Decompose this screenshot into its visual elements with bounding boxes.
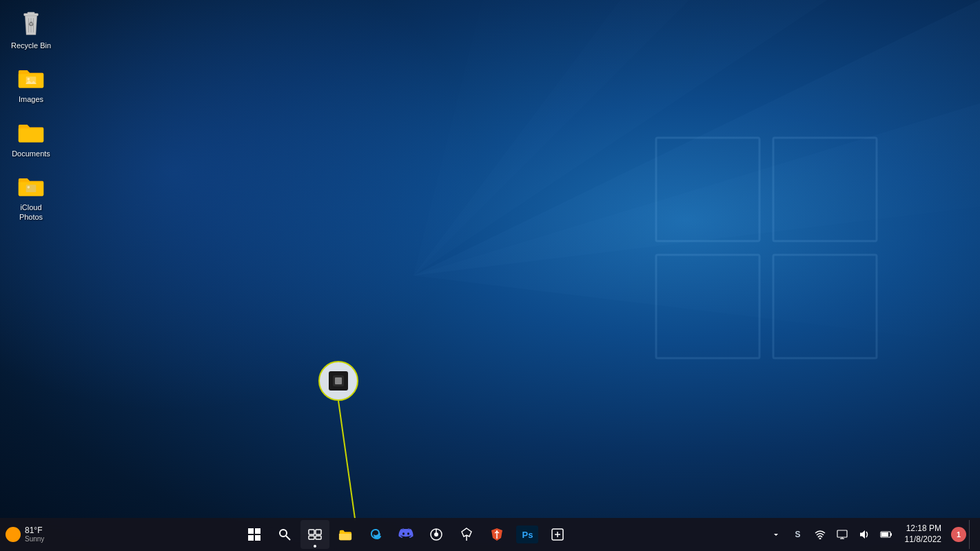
- svg-rect-20: [248, 528, 254, 534]
- tray-expand-button[interactable]: [766, 524, 786, 545]
- recycle-bin-label: Recycle Bin: [11, 41, 51, 50]
- svg-line-25: [286, 536, 290, 540]
- start-button[interactable]: [240, 520, 269, 549]
- svg-rect-23: [255, 535, 261, 541]
- task-view-button[interactable]: [300, 520, 329, 549]
- edge-button[interactable]: [361, 520, 390, 549]
- tray-steam-icon[interactable]: S: [788, 524, 808, 545]
- cursor-indicator: [318, 361, 358, 401]
- icloud-photos-label: iCloud Photos: [10, 202, 52, 222]
- icloud-photos-icon[interactable]: iCloud Photos: [7, 169, 55, 226]
- recycle-bin-image: ♻: [17, 10, 45, 38]
- desktop: ♻ Recycle Bin Images: [0, 0, 980, 551]
- cursor-inner: [329, 371, 348, 391]
- svg-point-37: [819, 538, 821, 540]
- file-manager-button[interactable]: [331, 520, 360, 549]
- svg-rect-28: [309, 536, 314, 539]
- app-plus-button[interactable]: [543, 520, 572, 549]
- images-folder-icon[interactable]: Images: [7, 61, 55, 107]
- svg-rect-19: [335, 377, 342, 384]
- documents-folder-image: [17, 118, 45, 146]
- brave-button[interactable]: [482, 520, 511, 549]
- documents-folder-label: Documents: [12, 149, 50, 158]
- clock-date: 11/8/2022: [905, 534, 941, 545]
- svg-text:♻: ♻: [28, 21, 34, 28]
- taskbar: 81°F Sunny: [0, 518, 980, 551]
- svg-point-31: [434, 532, 438, 537]
- svg-point-15: [28, 78, 30, 81]
- tray-battery-icon[interactable]: [876, 524, 897, 545]
- images-folder-image: [17, 64, 45, 92]
- tray-volume-icon[interactable]: [854, 524, 875, 545]
- taskbar-right: S: [760, 520, 980, 549]
- svg-point-24: [280, 530, 287, 537]
- svg-rect-2: [656, 255, 759, 358]
- taskbar-weather[interactable]: 81°F Sunny: [0, 523, 50, 546]
- svg-rect-29: [316, 536, 321, 539]
- recycle-bin-icon[interactable]: ♻ Recycle Bin: [7, 7, 55, 54]
- svg-rect-3: [773, 255, 877, 358]
- svg-rect-16: [26, 185, 37, 192]
- weather-condition: Sunny: [25, 535, 44, 543]
- documents-folder-icon[interactable]: Documents: [7, 115, 55, 162]
- svg-rect-0: [656, 138, 759, 241]
- system-tray: S: [766, 524, 897, 545]
- svg-rect-42: [881, 532, 888, 537]
- svg-rect-22: [248, 535, 254, 541]
- steam-button[interactable]: [422, 520, 451, 549]
- search-button[interactable]: [270, 520, 299, 549]
- taskbar-center: Ps: [52, 520, 759, 549]
- svg-rect-27: [316, 530, 321, 534]
- tray-network-icon[interactable]: [810, 524, 830, 545]
- tray-display-icon[interactable]: [832, 524, 853, 545]
- svg-point-17: [28, 186, 30, 189]
- pinned-app-button[interactable]: [452, 520, 481, 549]
- desktop-icons-container: ♻ Recycle Bin Images: [7, 7, 55, 225]
- desktop-glow: [0, 0, 482, 413]
- svg-rect-38: [837, 530, 847, 537]
- notification-button[interactable]: 1: [951, 527, 966, 542]
- svg-rect-43: [890, 533, 892, 536]
- svg-rect-26: [309, 530, 314, 534]
- weather-temperature: 81°F: [25, 526, 44, 535]
- weather-text: 81°F Sunny: [25, 526, 44, 543]
- clock-area[interactable]: 12:18 PM 11/8/2022: [899, 523, 947, 545]
- show-desktop-button[interactable]: [969, 520, 974, 549]
- svg-rect-9: [28, 12, 34, 14]
- svg-rect-1: [773, 138, 877, 241]
- windows-logo: [642, 124, 890, 375]
- svg-rect-21: [255, 528, 261, 534]
- weather-sun-icon: [6, 527, 21, 542]
- cursor-line: [338, 401, 356, 521]
- images-folder-label: Images: [19, 94, 43, 104]
- discord-button[interactable]: [391, 520, 420, 549]
- clock-time: 12:18 PM: [906, 523, 941, 534]
- icloud-photos-image: [17, 172, 45, 200]
- photoshop-button[interactable]: Ps: [513, 520, 542, 549]
